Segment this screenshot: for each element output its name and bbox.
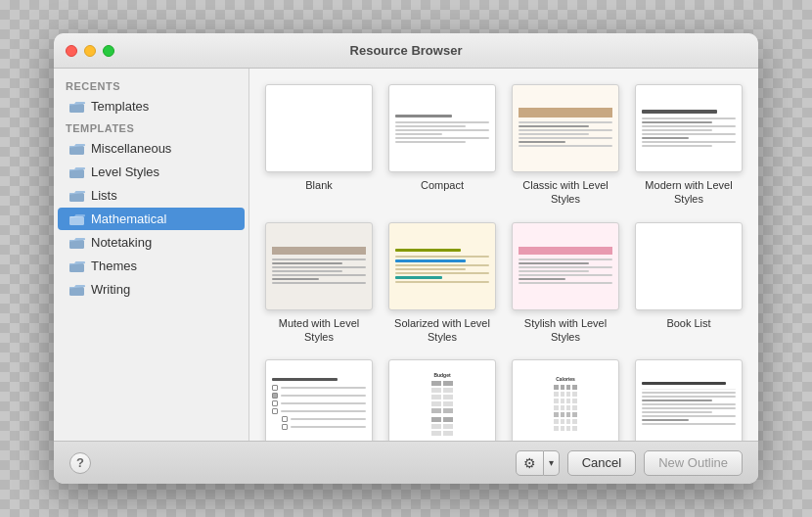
template-label-muted: Muted with Level Styles: [265, 316, 373, 345]
template-modern[interactable]: Modern with Level Styles: [635, 84, 743, 207]
sidebar: RECENTS Templates TEMPLATES Miscellaneou…: [54, 69, 249, 441]
gear-button[interactable]: ⚙: [516, 450, 544, 476]
titlebar: Resource Browser: [54, 33, 758, 69]
sidebar-item-level-styles[interactable]: Level Styles: [58, 161, 245, 183]
themes-label: Themes: [91, 258, 137, 273]
svg-rect-5: [69, 240, 84, 249]
sidebar-item-templates[interactable]: Templates: [58, 95, 245, 118]
template-label-blank: Blank: [305, 178, 333, 192]
recents-label: RECENTS: [54, 76, 248, 94]
misc-label: Miscellaneous: [91, 141, 171, 156]
templates-grid: Blank Com: [265, 84, 743, 441]
folder-icon-lists: [69, 190, 85, 202]
svg-rect-6: [69, 263, 84, 272]
writing-label: Writing: [91, 282, 130, 297]
new-outline-button[interactable]: New Outline: [644, 450, 743, 476]
folder-icon: [69, 101, 85, 113]
footer-left: ?: [69, 452, 91, 474]
svg-rect-2: [69, 169, 84, 178]
template-booklist[interactable]: Book List: [635, 222, 743, 345]
sidebar-item-themes[interactable]: Themes: [58, 255, 245, 277]
template-thumb-calories: Calories: [512, 359, 619, 441]
folder-icon-themes: [69, 260, 85, 272]
template-checklist[interactable]: Checklist: [265, 359, 373, 441]
minimize-button[interactable]: [84, 45, 96, 57]
template-label-stylish: Stylish with Level Styles: [512, 316, 619, 345]
templates-label: Templates: [91, 99, 149, 114]
notetaking-label: Notetaking: [91, 235, 152, 250]
svg-rect-7: [69, 287, 84, 296]
template-thumb-checklist: [265, 359, 373, 441]
traffic-lights: [66, 45, 114, 57]
template-classic[interactable]: Classic with Level Styles: [512, 84, 619, 207]
template-classnotes[interactable]: Class Notes: [635, 359, 743, 441]
sidebar-item-lists[interactable]: Lists: [58, 184, 245, 207]
folder-icon-math: [69, 213, 85, 225]
template-calories[interactable]: Calories Calories: [512, 359, 619, 441]
chevron-button[interactable]: ▾: [544, 450, 560, 476]
template-label-compact: Compact: [421, 178, 464, 192]
svg-rect-4: [69, 216, 84, 225]
template-thumb-blank: [265, 84, 373, 172]
folder-icon-level: [69, 166, 85, 178]
content-area: RECENTS Templates TEMPLATES Miscellaneou…: [54, 69, 758, 441]
sidebar-item-writing[interactable]: Writing: [58, 278, 245, 301]
footer: ? ⚙ ▾ Cancel New Outline: [54, 441, 758, 484]
level-styles-label: Level Styles: [91, 164, 159, 179]
template-label-modern: Modern with Level Styles: [635, 178, 743, 207]
template-thumb-muted: [265, 222, 373, 310]
template-budget[interactable]: Budget Budget: [388, 359, 496, 441]
template-thumb-stylish: [512, 222, 619, 310]
sidebar-item-miscellaneous[interactable]: Miscellaneous: [58, 137, 245, 160]
folder-icon-writing: [69, 284, 85, 296]
template-thumb-classnotes: [635, 359, 743, 441]
template-thumb-modern: [635, 84, 743, 172]
resource-browser-window: Resource Browser RECENTS Templates TEMPL…: [54, 33, 758, 484]
template-compact[interactable]: Compact: [388, 84, 496, 207]
template-label-classic: Classic with Level Styles: [512, 178, 619, 207]
sidebar-item-mathematical[interactable]: Mathematical: [58, 208, 245, 230]
template-thumb-compact: [388, 84, 496, 172]
template-muted[interactable]: Muted with Level Styles: [265, 222, 373, 345]
template-blank[interactable]: Blank: [265, 84, 373, 207]
svg-rect-0: [69, 104, 84, 113]
cancel-button[interactable]: Cancel: [567, 450, 636, 476]
template-thumb-booklist: [635, 222, 743, 310]
template-label-solarized: Solarized with Level Styles: [388, 316, 496, 345]
sidebar-item-notetaking[interactable]: Notetaking: [58, 231, 245, 254]
svg-rect-1: [69, 146, 84, 155]
footer-right: ⚙ ▾ Cancel New Outline: [516, 450, 743, 476]
template-label-booklist: Book List: [666, 316, 710, 330]
main-area: Blank Com: [249, 69, 758, 441]
maximize-button[interactable]: [103, 45, 114, 57]
svg-rect-3: [69, 193, 84, 202]
lists-label: Lists: [91, 188, 117, 203]
folder-icon-misc: [69, 143, 85, 155]
template-stylish[interactable]: Stylish with Level Styles: [512, 222, 619, 345]
template-solarized[interactable]: Solarized with Level Styles: [388, 222, 496, 345]
help-button[interactable]: ?: [69, 452, 91, 474]
folder-icon-note: [69, 237, 85, 249]
gear-group: ⚙ ▾: [516, 450, 560, 476]
template-thumb-classic: [512, 84, 619, 172]
mathematical-label: Mathematical: [91, 212, 166, 226]
window-title: Resource Browser: [350, 43, 463, 58]
template-thumb-solarized: [388, 222, 496, 310]
template-thumb-budget: Budget: [388, 359, 496, 441]
templates-section-label: TEMPLATES: [54, 118, 248, 136]
close-button[interactable]: [66, 45, 77, 57]
